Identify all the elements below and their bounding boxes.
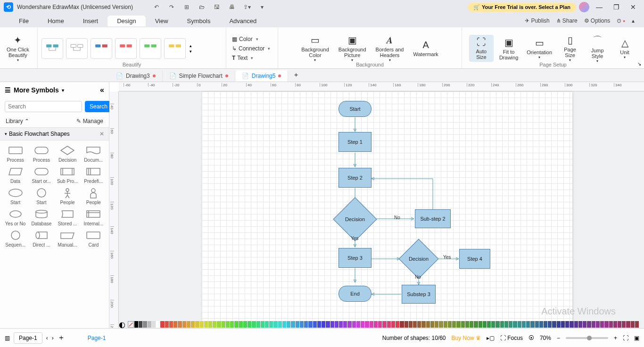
color-swatch[interactable] [430, 321, 434, 328]
shape-docum[interactable]: Docum... [81, 144, 106, 163]
node-start[interactable]: Start [339, 101, 372, 117]
color-swatch[interactable] [287, 321, 290, 328]
color-swatch[interactable] [208, 321, 212, 328]
color-swatch[interactable] [570, 321, 573, 328]
close-button[interactable]: ✕ [626, 3, 640, 11]
color-swatch[interactable] [195, 321, 199, 328]
node-step3[interactable]: Step 3 [339, 248, 372, 268]
color-swatch[interactable] [230, 321, 234, 328]
watermark-button[interactable]: AWatermark [411, 38, 441, 59]
styles-scroll-down[interactable]: ▾ [190, 49, 192, 54]
color-swatch[interactable] [444, 321, 447, 328]
open-icon[interactable]: 🗁 [197, 2, 206, 12]
color-swatch[interactable] [187, 321, 190, 328]
color-swatch[interactable] [635, 321, 639, 328]
canvas[interactable]: Start Step 1 Step 2 Decision Sub-step 2 … [119, 91, 644, 328]
shape-process[interactable]: Process [3, 144, 28, 163]
color-swatch[interactable] [374, 321, 378, 328]
color-swatch[interactable] [548, 321, 552, 328]
menu-home[interactable]: Home [38, 16, 74, 26]
color-swatch[interactable] [152, 321, 156, 328]
color-swatch[interactable] [356, 321, 360, 328]
unit-button[interactable]: △Unit▾ [612, 35, 637, 61]
auto-size-button[interactable]: ⛶Auto Size [469, 35, 494, 62]
color-swatch[interactable] [461, 321, 465, 328]
one-click-beautify-button[interactable]: ✦ One Click Beautify ▾ [4, 33, 32, 64]
fit-window-icon[interactable]: ⛶ [623, 335, 628, 341]
color-swatch[interactable] [282, 321, 286, 328]
page-tab-1[interactable]: Page-1 [14, 332, 42, 344]
color-swatch[interactable] [370, 321, 373, 328]
collapse-panel-icon[interactable]: « [100, 86, 104, 94]
color-swatch[interactable] [513, 321, 517, 328]
shape-manual[interactable]: Manual... [55, 229, 80, 248]
color-swatch[interactable] [421, 321, 425, 328]
node-step1[interactable]: Step 1 [339, 132, 372, 152]
color-swatch[interactable] [583, 321, 586, 328]
style-preset-6[interactable] [164, 38, 186, 59]
shape-data[interactable]: Data [3, 165, 28, 184]
color-swatch[interactable] [518, 321, 521, 328]
color-swatch[interactable] [148, 321, 151, 328]
zoom-in-button[interactable]: + [614, 335, 617, 341]
shape-people[interactable]: People [81, 187, 106, 205]
color-swatch[interactable] [604, 321, 608, 328]
orientation-button[interactable]: ▭Orientation▾ [524, 35, 555, 61]
color-swatch[interactable] [326, 321, 330, 328]
color-swatch[interactable] [483, 321, 487, 328]
page-size-button[interactable]: ▯Page Size▾ [558, 33, 582, 64]
color-swatch[interactable] [156, 321, 160, 328]
color-swatch[interactable] [539, 321, 543, 328]
color-swatch[interactable] [296, 321, 299, 328]
color-swatch[interactable] [339, 321, 343, 328]
shape-people[interactable]: People [55, 187, 80, 205]
color-swatch[interactable] [578, 321, 582, 328]
present-icon[interactable]: ▸▢ [487, 335, 495, 341]
color-swatch[interactable] [435, 321, 438, 328]
focus-button[interactable]: ⛶ Focus [500, 335, 523, 341]
color-swatch[interactable] [248, 321, 251, 328]
color-swatch[interactable] [300, 321, 304, 328]
color-swatch[interactable] [182, 321, 186, 328]
color-swatch[interactable] [587, 321, 591, 328]
color-swatch[interactable] [382, 321, 386, 328]
page-indicator[interactable]: Page-1 [83, 333, 111, 343]
shape-database[interactable]: Database [29, 208, 54, 226]
color-swatch[interactable] [396, 321, 399, 328]
background-picture-button[interactable]: ▣Background Picture▾ [336, 33, 369, 64]
print-icon[interactable]: 🖶 [227, 2, 237, 12]
color-swatch[interactable] [413, 321, 417, 328]
color-swatch[interactable] [291, 321, 295, 328]
color-swatch[interactable] [565, 321, 569, 328]
color-swatch[interactable] [387, 321, 391, 328]
color-swatch[interactable] [378, 321, 382, 328]
color-swatch[interactable] [261, 321, 264, 328]
color-swatch[interactable] [487, 321, 491, 328]
user-avatar[interactable] [579, 2, 589, 12]
color-swatch[interactable] [347, 321, 351, 328]
fit-drawing-button[interactable]: ▣Fit to Drawing [496, 35, 521, 62]
background-color-button[interactable]: ▭Background Color▾ [298, 33, 332, 64]
color-swatch[interactable] [495, 321, 499, 328]
color-swatch[interactable] [322, 321, 325, 328]
doctab-drawing3[interactable]: 📄 Drawing3 [109, 70, 163, 82]
color-swatch[interactable] [479, 321, 482, 328]
color-dropdown[interactable]: ▦ Color [230, 35, 272, 43]
borders-headers-button[interactable]: 𝑨Borders and Headers▾ [373, 33, 407, 64]
color-swatch[interactable] [160, 321, 164, 328]
shape-internal[interactable]: Internal... [81, 208, 106, 226]
page-list-icon[interactable]: ▥ [5, 335, 10, 341]
export-icon[interactable]: ⇪▾ [242, 2, 252, 12]
color-swatch[interactable] [500, 321, 504, 328]
color-swatch[interactable] [504, 321, 508, 328]
page-prev-icon[interactable]: ‹ [46, 335, 48, 341]
color-swatch[interactable] [139, 321, 142, 328]
shape-start[interactable]: Start [3, 187, 28, 205]
options-button[interactable]: ⚙ Options [584, 17, 610, 24]
close-section-icon[interactable]: ✕ [99, 131, 104, 137]
buy-now-link[interactable]: Buy Now ♛ [452, 335, 481, 341]
menu-symbols[interactable]: Symbols [178, 16, 220, 26]
connector-dropdown[interactable]: ↳ Connector [230, 45, 272, 52]
color-swatch[interactable] [470, 321, 473, 328]
style-preset-2[interactable] [66, 38, 88, 59]
